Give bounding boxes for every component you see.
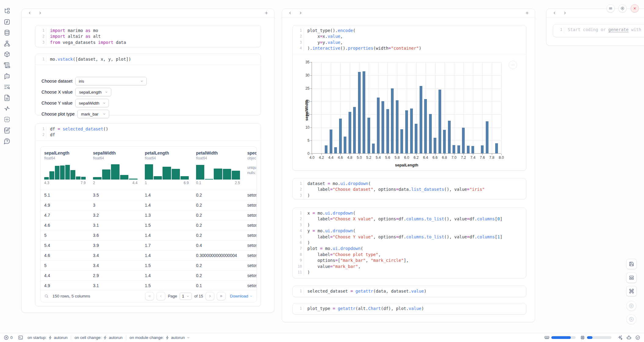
- plot-type-cell[interactable]: 1plot_type = getattr(alt.Chart(df), plot…: [292, 303, 526, 315]
- code-editor[interactable]: 1plot_type = getattr(alt.Chart(df), plot…: [293, 303, 526, 314]
- autorun-config-1[interactable]: on cell change:autorun: [74, 335, 122, 340]
- chart-cell[interactable]: 1plot_type().encode(2 x=x.value,3 y=y.va…: [292, 25, 526, 171]
- token: .: [345, 181, 348, 186]
- selected-dataset-cell[interactable]: 1selected_dataset = getattr(data, datase…: [292, 286, 526, 297]
- y-axis-tick-label: 35: [300, 60, 309, 64]
- chart-menu-button[interactable]: [509, 61, 517, 69]
- sidebar-code-block-icon[interactable]: [4, 116, 10, 123]
- table-row[interactable]: 4.63.11.50.2setos: [41, 220, 256, 230]
- code-editor[interactable]: 1dataset = mo.ui.dropdown(2 label="Choos…: [293, 178, 526, 201]
- xy-dropdown-cell[interactable]: 1x = mo.ui.dropdown(2 label="Choose X va…: [292, 208, 526, 278]
- code-line: 8 label="Choose plot type",: [293, 252, 526, 258]
- y-gridline: [312, 88, 501, 89]
- page-select[interactable]: 1: [180, 293, 192, 300]
- code-editor[interactable]: 1selected_dataset = getattr(data, datase…: [293, 286, 526, 297]
- line-number: 11: [293, 269, 304, 275]
- autorun-config-2[interactable]: on module change:autorun: [130, 335, 190, 340]
- table-row[interactable]: 53.41.50.2setos: [41, 260, 256, 270]
- sidebar-document-icon[interactable]: [4, 94, 10, 101]
- generate-link[interactable]: generate: [608, 27, 628, 32]
- sidebar-file-tree-icon[interactable]: [4, 8, 10, 14]
- sidebar-search-list-icon[interactable]: [4, 84, 10, 90]
- dataset-dropdown-cell[interactable]: 1dataset = mo.ui.dropdown(2 label="Choos…: [292, 178, 526, 199]
- stop-button[interactable]: [626, 301, 636, 311]
- imports-cell[interactable]: 1import marimo as mo2import altair as al…: [35, 25, 261, 47]
- terminal-button[interactable]: [18, 335, 23, 340]
- run-button[interactable]: [626, 314, 636, 324]
- code-editor[interactable]: 1plot_type().encode(2 x=x.value,3 y=y.va…: [293, 25, 526, 54]
- chart-plot-area[interactable]: 4.04.24.44.64.85.05.25.45.65.86.06.26.46…: [312, 62, 501, 154]
- prev-page-button[interactable]: [156, 292, 165, 300]
- column-prev-button[interactable]: [27, 10, 33, 16]
- code-editor[interactable]: 1Start coding or generate with: [553, 24, 644, 35]
- token: value: [307, 264, 330, 269]
- dataframe-cell[interactable]: 1df = selected_dataset()2dfsepalLengthfl…: [35, 123, 261, 306]
- sidebar-package-icon[interactable]: [4, 51, 10, 58]
- column-prev-button[interactable]: [287, 10, 293, 16]
- empty-code-cell[interactable]: 1Start coding or generate with: [553, 24, 644, 37]
- dependency-graph-icon: [4, 40, 10, 47]
- command-palette-button[interactable]: [626, 286, 637, 296]
- token: =: [396, 187, 399, 192]
- code-editor[interactable]: 1df = selected_dataset()2df: [35, 124, 261, 141]
- code-line: 10 value="mark_bar",: [293, 264, 526, 269]
- code-editor[interactable]: 1mo.vstack([dataset, x, y, plot]): [35, 54, 261, 65]
- histogram-max: 2.5: [235, 181, 240, 185]
- config-value: autorun: [109, 335, 123, 340]
- sidebar-script-log-icon[interactable]: [4, 62, 10, 69]
- y-gridline: [312, 75, 501, 76]
- table-cell: 3.9: [89, 243, 141, 248]
- table-row[interactable]: 4.931.40.2setos: [41, 200, 256, 210]
- column-next-button[interactable]: [562, 10, 568, 16]
- ai-assistant-button[interactable]: [617, 335, 623, 340]
- next-page-button[interactable]: [206, 292, 214, 300]
- token: selected_dataset: [63, 126, 103, 131]
- layout-button[interactable]: [626, 273, 637, 283]
- column-prev-button[interactable]: [551, 10, 557, 16]
- sidebar-help-icon[interactable]: [4, 138, 10, 144]
- notebook-menu-button[interactable]: [606, 4, 615, 12]
- save-button[interactable]: [626, 259, 637, 269]
- table-row[interactable]: 5.13.51.40.2setos: [41, 190, 256, 200]
- health-check-button[interactable]: [635, 335, 640, 340]
- settings-button[interactable]: [618, 4, 627, 12]
- dropdown-select-sepalLength[interactable]: sepalLength: [75, 88, 111, 96]
- x-axis-tick: [454, 154, 454, 155]
- vstack-cell[interactable]: 1mo.vstack([dataset, x, y, plot])Choose …: [35, 54, 261, 115]
- add-cell-button[interactable]: [524, 10, 530, 16]
- sidebar-dependency-graph-icon[interactable]: [4, 40, 10, 47]
- chatbot-button[interactable]: [626, 335, 631, 340]
- last-page-button[interactable]: [217, 292, 226, 300]
- table-cell: 1.4: [141, 193, 192, 198]
- error-count-badge[interactable]: 0: [4, 335, 13, 340]
- sidebar-function-icon[interactable]: [4, 19, 10, 25]
- table-row[interactable]: 4.42.91.40.2setos: [41, 270, 256, 280]
- download-link[interactable]: Download: [230, 294, 253, 298]
- dropdown-select-iris[interactable]: iris: [75, 77, 147, 85]
- y-axis-tick-label: 0: [300, 151, 309, 156]
- dropdown-select-sepalWidth[interactable]: sepalWidth: [75, 99, 109, 107]
- first-page-button[interactable]: [145, 292, 154, 300]
- table-row[interactable]: 4.73.21.30.2setos: [41, 210, 256, 220]
- token: [: [495, 234, 497, 239]
- sidebar-notebook-edit-icon[interactable]: [4, 127, 10, 134]
- code-editor[interactable]: 1import marimo as mo2import altair as al…: [35, 25, 261, 48]
- add-cell-button[interactable]: [263, 10, 269, 16]
- close-button[interactable]: [631, 4, 639, 12]
- x-axis-tick-label: 4.6: [336, 155, 345, 160]
- table-row[interactable]: 53.61.40.2setos: [41, 230, 256, 240]
- sidebar-database-icon[interactable]: [4, 29, 10, 36]
- table-row[interactable]: 5.43.91.70.4setos: [41, 240, 256, 250]
- sidebar-activity-icon[interactable]: [4, 105, 10, 112]
- table-row[interactable]: 4.93.11.50.1setos: [41, 280, 256, 290]
- column-next-button[interactable]: [297, 10, 303, 16]
- table-cell: 0.1: [192, 283, 244, 288]
- chevron-left-icon: [159, 294, 163, 298]
- column-next-button[interactable]: [37, 10, 43, 16]
- sidebar-chat-bot-icon[interactable]: [4, 73, 10, 80]
- autorun-config-0[interactable]: on startup:autorun: [27, 335, 67, 340]
- code-editor[interactable]: 1x = mo.ui.dropdown(2 label="Choose X va…: [293, 208, 526, 278]
- table-row[interactable]: 4.63.41.40.3000000000000004setos: [41, 250, 256, 260]
- dropdown-select-mark_bar[interactable]: mark_bar: [77, 110, 109, 118]
- notebook-column-left: 1import marimo as mo2import altair as al…: [21, 9, 274, 313]
